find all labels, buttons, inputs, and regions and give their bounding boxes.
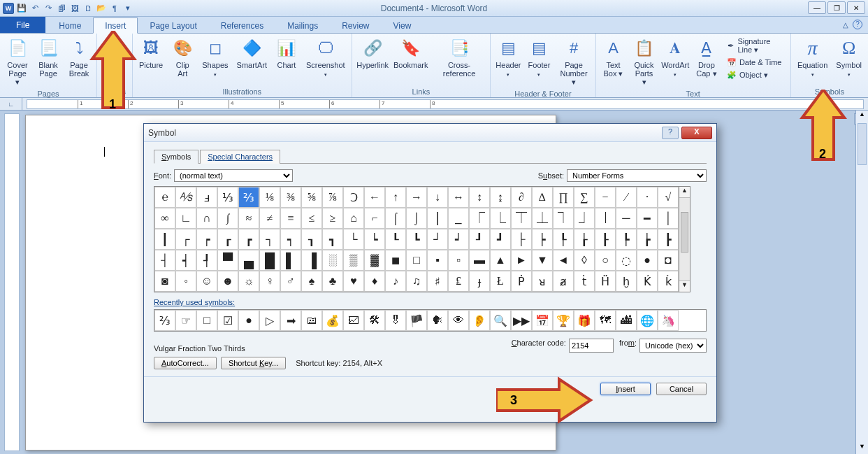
symbol-cell[interactable]: ▓	[364, 250, 385, 271]
wordart-button[interactable]: 𝐀WordArt▾	[660, 35, 690, 81]
symbol-cell[interactable]: ♀	[259, 271, 280, 292]
symbol-cell[interactable]: ┦	[196, 250, 217, 271]
symbol-cell[interactable]: ≤	[301, 208, 322, 229]
recent-symbol-cell[interactable]: 🎁	[574, 310, 595, 331]
recent-symbol-cell[interactable]: 🏙	[616, 310, 637, 331]
bookmark-button[interactable]: 🔖Bookmark	[392, 35, 430, 71]
symbol-cell[interactable]: ☺	[196, 271, 217, 292]
symbol-cell[interactable]: ᴚ	[532, 271, 553, 292]
symbol-cell[interactable]: ⅛	[259, 187, 280, 208]
object-button[interactable]: 🧩Object ▾	[725, 69, 785, 80]
symbol-cell[interactable]: ⏊	[532, 208, 553, 229]
symbol-cell[interactable]: ┣	[658, 229, 679, 250]
subset-select[interactable]: Number Forms	[567, 169, 707, 182]
symbol-cell[interactable]: ▐	[301, 250, 322, 271]
symbol-cell[interactable]: □	[406, 250, 427, 271]
symbol-cell[interactable]: ∕	[616, 187, 637, 208]
symbol-cell[interactable]: ⅔	[238, 187, 259, 208]
dialog-titlebar[interactable]: Symbol ? X	[144, 124, 716, 142]
shortcut-key-button[interactable]: Shortcut Key...	[221, 357, 286, 369]
symbol-cell[interactable]: ≈	[238, 208, 259, 229]
symbol-cell[interactable]: ▬	[469, 250, 490, 271]
new-icon[interactable]: 🗋	[82, 3, 94, 14]
symbol-cell[interactable]: ∆	[532, 187, 553, 208]
symbol-cell[interactable]: ┌	[175, 229, 196, 250]
symbol-cell[interactable]: ♣	[322, 271, 343, 292]
symbol-cell[interactable]: ⏌	[574, 208, 595, 229]
symbol-cell[interactable]: ⌐	[364, 208, 385, 229]
symbol-cell[interactable]: ┒	[301, 229, 322, 250]
recent-symbol-cell[interactable]: 🌐	[637, 310, 658, 331]
symbol-cell[interactable]: ↑	[385, 187, 406, 208]
recent-symbol-cell[interactable]: ☞	[175, 310, 196, 331]
symbol-cell[interactable]: ▒	[343, 250, 364, 271]
symbol-cell[interactable]: ⅞	[322, 187, 343, 208]
vertical-ruler[interactable]	[4, 113, 20, 451]
tab-mailings[interactable]: Mailings	[275, 17, 330, 33]
minimize-button[interactable]: —	[808, 1, 826, 14]
symbol-cell[interactable]: ♦	[364, 271, 385, 292]
symbol-cell[interactable]: ►	[511, 250, 532, 271]
recent-symbol-cell[interactable]: 🏴	[406, 310, 427, 331]
smartart-button[interactable]: 🔷SmartArt	[233, 35, 270, 71]
tab-page-layout[interactable]: Page Layout	[138, 17, 208, 33]
symbol-cell[interactable]: ┝	[532, 229, 553, 250]
symbol-cell[interactable]: ♪	[385, 271, 406, 292]
symbol-cell[interactable]: Ṗ	[511, 271, 532, 292]
symbol-cell[interactable]: ■	[385, 250, 406, 271]
quickparts-button[interactable]: 📋QuickParts ▾	[630, 35, 659, 88]
symbol-cell[interactable]: ┛	[490, 229, 511, 250]
symbol-cell[interactable]: ⎾	[469, 208, 490, 229]
symbol-cell[interactable]: ḱ	[658, 271, 679, 292]
symbol-cell[interactable]: █	[259, 250, 280, 271]
symbol-cell[interactable]: ┢	[637, 229, 658, 250]
recent-symbol-cell[interactable]: ▶▶	[511, 310, 532, 331]
hyperlink-button[interactable]: 🔗Hyperlink	[355, 35, 391, 71]
chart-button[interactable]: 📊Chart	[272, 35, 301, 71]
symbol-cell[interactable]: ∑	[574, 187, 595, 208]
symbol-cell[interactable]: ┓	[322, 229, 343, 250]
paragraph-icon[interactable]: ¶	[109, 3, 120, 14]
save-icon[interactable]: 💾	[16, 3, 27, 14]
recent-symbol-cell[interactable]: 🔍	[490, 310, 511, 331]
symbol-cell[interactable]: ⎿	[490, 208, 511, 229]
symbol-cell[interactable]: ┡	[616, 229, 637, 250]
horizontal-ruler[interactable]: 12345678	[27, 99, 864, 109]
tab-review[interactable]: Review	[330, 17, 381, 33]
character-code-input[interactable]	[569, 339, 614, 353]
symbol-cell[interactable]: ⌠	[385, 208, 406, 229]
scroll-up-icon[interactable]: ▲	[856, 111, 868, 122]
tab-selector[interactable]: ∟	[0, 98, 22, 111]
recent-symbol-cell[interactable]: ⅔	[154, 310, 175, 331]
symbol-cell[interactable]: ∙	[637, 187, 658, 208]
symbol-cell[interactable]: ┟	[574, 229, 595, 250]
recent-symbol-cell[interactable]: ➡	[280, 310, 301, 331]
symbol-cell[interactable]: ⅍	[175, 187, 196, 208]
symbol-cell[interactable]: ◌	[616, 250, 637, 271]
tab-references[interactable]: References	[209, 17, 275, 33]
recent-symbol-cell[interactable]: 🛠	[364, 310, 385, 331]
symbol-cell[interactable]: ≠	[259, 208, 280, 229]
symbol-cell[interactable]: ┏	[238, 229, 259, 250]
symbol-cell[interactable]: ⎮	[427, 208, 448, 229]
symbol-cell[interactable]: ▌	[280, 250, 301, 271]
symbol-cell[interactable]: ⌡	[406, 208, 427, 229]
symbol-cell[interactable]: Ł	[490, 271, 511, 292]
qat-icon[interactable]: 🗐	[56, 3, 67, 14]
symbol-cell[interactable]: ↕	[469, 187, 490, 208]
symbol-cell[interactable]: ∫	[217, 208, 238, 229]
tab-file[interactable]: File	[0, 17, 45, 33]
symbol-cell[interactable]: ━	[637, 208, 658, 229]
symbol-cell[interactable]: Ḧ	[595, 271, 616, 292]
recent-symbol-cell[interactable]: 📅	[532, 310, 553, 331]
symbol-cell[interactable]: ∞	[154, 208, 175, 229]
recent-symbol-cell[interactable]: 🗣	[427, 310, 448, 331]
scroll-up-icon[interactable]: ▲	[679, 187, 690, 198]
symbol-cell[interactable]: ↓	[427, 187, 448, 208]
autocorrect-button[interactable]: AutoCorrect...	[154, 357, 217, 369]
clipart-button[interactable]: 🎨ClipArt	[168, 35, 197, 80]
symbol-cell[interactable]: ▲	[490, 250, 511, 271]
table-button[interactable]: ▦Table▾	[100, 35, 129, 81]
symbol-cell[interactable]: ┖	[385, 229, 406, 250]
symbol-cell[interactable]: ▫	[448, 250, 469, 271]
